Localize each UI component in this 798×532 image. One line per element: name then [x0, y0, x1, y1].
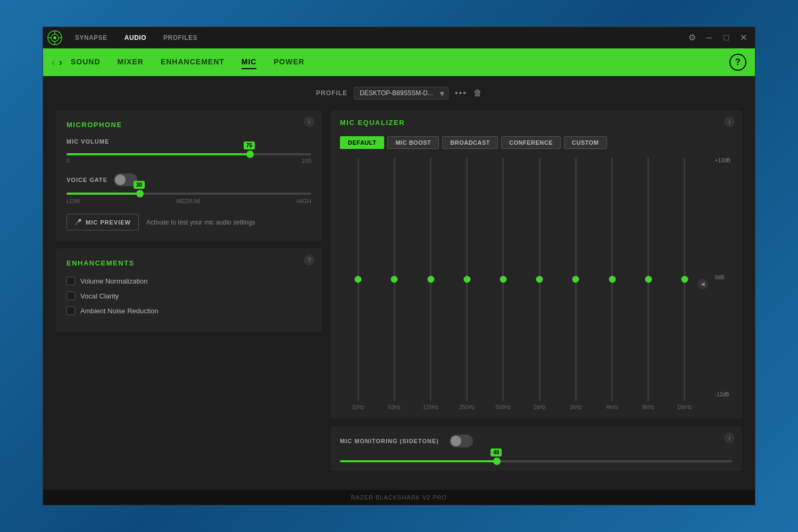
settings-button[interactable]: ⚙	[685, 30, 700, 45]
eq-thumb-2kHz[interactable]	[572, 276, 579, 283]
voice-gate-thumb[interactable]	[136, 190, 144, 197]
minimize-button[interactable]: ─	[702, 30, 717, 45]
mic-volume-minmax: 0 100	[66, 157, 311, 164]
volume-normalization-label: Volume Normalization	[80, 277, 147, 285]
microphone-title: MICROPHONE	[66, 121, 311, 129]
title-tab-profiles[interactable]: PROFILES	[155, 27, 206, 48]
monitoring-thumb[interactable]	[493, 458, 501, 465]
mic-volume-thumb[interactable]	[246, 151, 254, 158]
title-bar: SYNAPSE AUDIO PROFILES ⚙ ─ □ ✕	[43, 27, 755, 48]
eq-freq-sliders: 31Hz63Hz125Hz250Hz500Hz1kHz2kHz4kHz8kHz1…	[340, 157, 733, 410]
voice-gate-track[interactable]	[66, 193, 311, 195]
eq-thumb-1kHz[interactable]	[536, 276, 543, 283]
tab-enhancement[interactable]: ENHANCEMENT	[161, 55, 225, 69]
mic-preview-button[interactable]: 🎤 MIC PREVIEW	[66, 214, 139, 230]
eq-freq-label-63Hz: 63Hz	[388, 404, 401, 410]
eq-vert-track-8kHz[interactable]	[647, 157, 649, 401]
eq-info-button[interactable]: i	[724, 117, 735, 127]
profile-bar: PROFILE DESKTOP-B89S5SM-D... ••• 🗑	[56, 87, 742, 99]
device-name: RAZER BLACKSHARK V2 PRO	[351, 494, 447, 501]
profile-label: PROFILE	[316, 89, 347, 97]
monitoring-info-button[interactable]: i	[724, 433, 735, 443]
eq-freq-col-500Hz: 500Hz	[485, 157, 521, 410]
profile-delete-button[interactable]: 🗑	[473, 88, 482, 98]
help-button[interactable]: ?	[729, 54, 746, 71]
eq-vert-track-125Hz[interactable]	[430, 157, 431, 401]
eq-thumb-63Hz[interactable]	[391, 276, 398, 283]
eq-freq-col-8kHz: 8kHz	[630, 157, 667, 410]
eq-thumb-4kHz[interactable]	[609, 276, 616, 283]
title-tab-synapse[interactable]: SYNAPSE	[66, 27, 116, 48]
microphone-info-button[interactable]: i	[304, 117, 314, 127]
content-area: PROFILE DESKTOP-B89S5SM-D... ••• 🗑 MICRO…	[43, 76, 755, 490]
profile-select[interactable]: DESKTOP-B89S5SM-D...	[354, 87, 448, 99]
monitoring-track[interactable]	[340, 460, 733, 462]
mic-volume-value: 75	[244, 142, 255, 149]
profile-select-wrapper: DESKTOP-B89S5SM-D...	[354, 87, 448, 99]
forward-arrow[interactable]: ›	[59, 57, 62, 68]
eq-thumb-250Hz[interactable]	[463, 276, 470, 283]
voice-gate-row: VOICE GATE	[66, 173, 311, 186]
eq-conference-button[interactable]: CONFERENCE	[501, 136, 561, 149]
monitoring-toggle-knob	[451, 436, 461, 446]
title-bar-controls: ⚙ ─ □ ✕	[685, 30, 751, 45]
back-arrow[interactable]: ‹	[52, 57, 55, 68]
eq-freq-label-250Hz: 250Hz	[459, 404, 475, 410]
eq-reset-button[interactable]: ◀	[697, 279, 708, 289]
eq-thumb-125Hz[interactable]	[427, 276, 434, 283]
nav-back-forward: ‹ ›	[52, 57, 62, 68]
microphone-panel: MICROPHONE i MIC VOLUME 75 0 100	[56, 110, 322, 241]
eq-thumb-31Hz[interactable]	[355, 276, 362, 283]
mic-icon: 🎤	[74, 219, 82, 226]
right-column: MIC EQUALIZER i DEFAULT MIC BOOST BROADC…	[330, 110, 742, 471]
eq-vert-track-63Hz[interactable]	[394, 157, 395, 401]
profile-more-button[interactable]: •••	[455, 88, 467, 98]
mic-volume-track[interactable]	[66, 153, 311, 155]
tab-sound[interactable]: SOUND	[71, 55, 101, 69]
enhancements-info-button[interactable]: ?	[304, 255, 314, 265]
enhancements-panel: ENHANCEMENTS ? Volume Normalization Voca…	[56, 248, 322, 332]
eq-thumb-8kHz[interactable]	[645, 276, 652, 283]
close-button[interactable]: ✕	[736, 30, 751, 45]
eq-vert-track-1kHz[interactable]	[539, 157, 541, 401]
eq-thumb-500Hz[interactable]	[500, 276, 506, 283]
monitoring-slider-wrapper: 40	[340, 460, 733, 462]
eq-mic-boost-button[interactable]: MIC BOOST	[387, 136, 439, 149]
nav-bar: ‹ › SOUND MIXER ENHANCEMENT MIC POWER ?	[43, 48, 755, 76]
eq-thumb-16kHz[interactable]	[681, 276, 688, 283]
eq-freq-col-250Hz: 250Hz	[449, 157, 485, 410]
eq-vert-track-31Hz[interactable]	[358, 157, 359, 401]
eq-vert-track-16kHz[interactable]	[684, 157, 685, 401]
mic-equalizer-title: MIC EQUALIZER	[340, 119, 733, 127]
eq-broadcast-button[interactable]: BROADCAST	[442, 136, 498, 149]
eq-db-mid: 0dB	[715, 275, 730, 280]
vocal-clarity-row: Vocal Clarity	[66, 292, 311, 300]
maximize-button[interactable]: □	[719, 30, 734, 45]
tab-power[interactable]: POWER	[273, 55, 304, 69]
left-column: MICROPHONE i MIC VOLUME 75 0 100	[56, 110, 322, 471]
voice-gate-low: LOW	[66, 198, 80, 204]
tab-mixer[interactable]: MIXER	[118, 55, 144, 69]
mic-volume-min: 0	[66, 157, 70, 164]
tab-mic[interactable]: MIC	[242, 55, 257, 69]
eq-vert-track-250Hz[interactable]	[466, 157, 468, 401]
eq-custom-button[interactable]: CUSTOM	[564, 136, 606, 149]
eq-vert-track-500Hz[interactable]	[502, 157, 504, 401]
volume-normalization-checkbox[interactable]	[66, 277, 75, 285]
eq-vert-track-4kHz[interactable]	[611, 157, 613, 401]
eq-freq-col-2kHz: 2kHz	[558, 157, 594, 410]
vocal-clarity-checkbox[interactable]	[66, 292, 75, 300]
voice-gate-high: HIGH	[296, 198, 311, 204]
app-logo	[47, 30, 62, 45]
title-tab-audio[interactable]: AUDIO	[116, 27, 155, 48]
eq-reset-icon: ◀	[701, 281, 705, 287]
ambient-noise-checkbox[interactable]	[66, 306, 75, 315]
enhancements-title: ENHANCEMENTS	[66, 259, 311, 267]
eq-chart-area: +12dB 0dB -12dB ◀ 31Hz63Hz125Hz250Hz500H…	[340, 157, 733, 410]
eq-freq-label-1kHz: 1kHz	[534, 404, 546, 410]
monitoring-toggle[interactable]	[450, 435, 473, 447]
mic-preview-help: Activate to test your mic audio settings	[146, 219, 255, 226]
eq-default-button[interactable]: DEFAULT	[340, 136, 384, 149]
eq-vert-track-2kHz[interactable]	[575, 157, 577, 401]
mic-volume-max: 100	[302, 157, 311, 164]
